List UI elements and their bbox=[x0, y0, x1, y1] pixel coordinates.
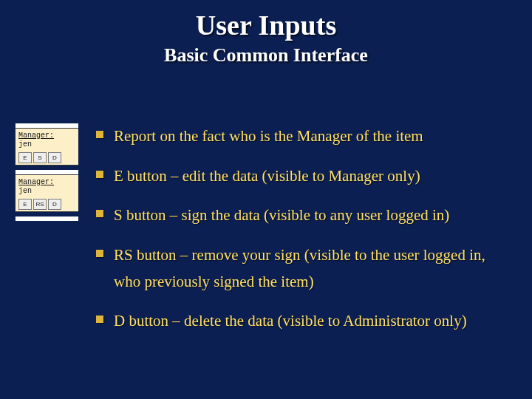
manager-label: Manager: bbox=[18, 178, 75, 187]
e-button[interactable]: E bbox=[18, 199, 32, 210]
bullet-icon bbox=[96, 250, 103, 257]
button-row: E RS D bbox=[18, 199, 75, 210]
list-item: RS button – remove your sign (visible to… bbox=[96, 242, 514, 295]
bullet-text: E button – edit the data (visible to Man… bbox=[114, 163, 420, 190]
d-button[interactable]: D bbox=[48, 199, 61, 210]
slide-subtitle: Basic Common Interface bbox=[0, 44, 532, 66]
bullet-text: RS button – remove your sign (visible to… bbox=[114, 242, 514, 295]
list-item: D button – delete the data (visible to A… bbox=[96, 308, 514, 335]
example-panel: Manager: jen E S D Manager: jen E RS D bbox=[15, 123, 78, 221]
rs-button[interactable]: RS bbox=[33, 199, 47, 210]
example-card-2: Manager: jen E RS D bbox=[15, 174, 78, 212]
bullet-icon bbox=[96, 171, 103, 178]
bullet-icon bbox=[96, 316, 103, 323]
slide: User Inputs Basic Common Interface Manag… bbox=[0, 9, 532, 399]
manager-value: jen bbox=[18, 187, 75, 196]
bullet-icon bbox=[96, 210, 103, 217]
list-item: E button – edit the data (visible to Man… bbox=[96, 163, 514, 190]
list-item: Report on the fact who is the Manager of… bbox=[96, 123, 514, 150]
bullet-icon bbox=[96, 131, 103, 138]
e-button[interactable]: E bbox=[18, 152, 32, 163]
bullet-text: Report on the fact who is the Manager of… bbox=[114, 123, 423, 150]
s-button[interactable]: S bbox=[33, 152, 47, 163]
d-button[interactable]: D bbox=[48, 152, 61, 163]
button-row: E S D bbox=[18, 152, 75, 163]
slide-title: User Inputs bbox=[0, 9, 532, 41]
panel-divider bbox=[15, 216, 78, 221]
manager-value: jen bbox=[18, 140, 75, 149]
bullet-text: S button – sign the data (visible to any… bbox=[114, 202, 449, 229]
bullet-text: D button – delete the data (visible to A… bbox=[114, 308, 467, 335]
manager-label: Manager: bbox=[18, 132, 75, 140]
bullet-list: Report on the fact who is the Manager of… bbox=[96, 123, 514, 348]
list-item: S button – sign the data (visible to any… bbox=[96, 202, 514, 229]
example-card-1: Manager: jen E S D bbox=[15, 128, 78, 166]
